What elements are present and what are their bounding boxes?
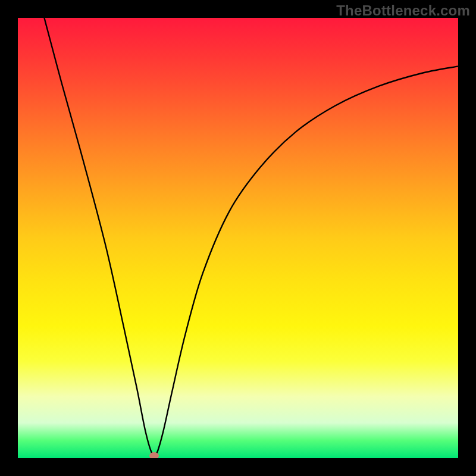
plot-area (18, 18, 458, 458)
optimal-point-marker (149, 452, 159, 458)
watermark-text: TheBottleneck.com (336, 2, 470, 19)
bottleneck-curve (18, 18, 458, 458)
curve-path (44, 18, 458, 456)
chart-frame: TheBottleneck.com (0, 0, 476, 476)
